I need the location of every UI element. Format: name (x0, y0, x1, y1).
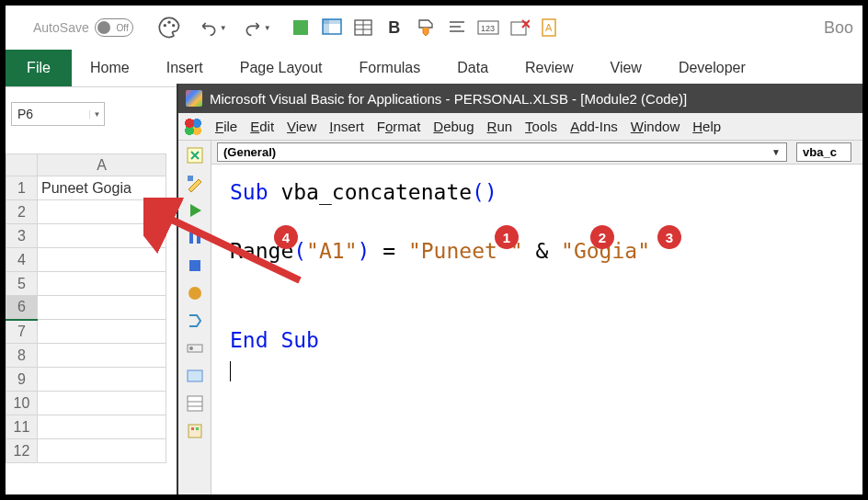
cell[interactable] (38, 248, 166, 272)
cell[interactable] (38, 392, 166, 415)
run-icon[interactable] (186, 201, 204, 220)
vbe-titlebar[interactable]: Microsoft Visual Basic for Applications … (178, 84, 862, 113)
tab-view[interactable]: View (592, 50, 660, 86)
row-header[interactable]: 1 (6, 176, 38, 200)
menu-insert[interactable]: Insert (329, 119, 364, 134)
cell[interactable] (38, 344, 166, 368)
menu-addins[interactable]: Add-Ins (570, 119, 618, 134)
theme-button[interactable] (150, 15, 188, 40)
number-icon: 123 (477, 18, 499, 37)
cell[interactable] (38, 224, 166, 248)
cell[interactable] (38, 272, 166, 296)
menu-tools[interactable]: Tools (525, 119, 557, 134)
code-pane[interactable]: Sub vba_concatenate() Range("A1") = "Pun… (211, 165, 862, 494)
cell[interactable] (38, 200, 166, 224)
redo-button[interactable]: ▼ (238, 15, 277, 40)
pivot-button[interactable] (319, 15, 345, 40)
menu-debug[interactable]: Debug (433, 119, 474, 134)
object-browser-icon[interactable] (186, 422, 204, 440)
row-header-selected[interactable]: 6 (6, 296, 38, 320)
breakpoint-icon[interactable] (186, 284, 204, 302)
spreadsheet-grid[interactable]: A 1Puneet Gogia 2 3 4 5 6 7 8 9 10 11 12 (6, 153, 166, 463)
row-header[interactable]: 2 (6, 200, 38, 224)
cell[interactable] (38, 439, 166, 463)
code-sub-name: vba_concatenate (280, 180, 472, 204)
name-box-value: P6 (12, 107, 89, 121)
svg-point-2 (172, 24, 175, 27)
cell-a1[interactable]: Puneet Gogia (38, 176, 166, 200)
col-header-a[interactable]: A (38, 154, 166, 176)
row-header[interactable]: 7 (6, 320, 38, 344)
toggle-knob (97, 21, 110, 34)
tab-file[interactable]: File (6, 50, 72, 86)
properties-icon[interactable] (186, 394, 204, 413)
paintbrush-icon (416, 18, 436, 37)
row-header[interactable]: 5 (6, 272, 38, 296)
bold-button[interactable]: B (382, 15, 407, 40)
menu-file[interactable]: File (215, 119, 237, 134)
code-close-paren: ) (358, 239, 371, 263)
fill-square-icon (291, 18, 310, 37)
tab-formulas[interactable]: Formulas (341, 50, 440, 86)
row-header[interactable]: 8 (6, 344, 38, 368)
procedure-combo[interactable]: vba_c (796, 142, 851, 162)
name-box[interactable]: P6 ▼ (11, 102, 105, 126)
excel-view-icon[interactable] (186, 146, 204, 165)
row-header[interactable]: 10 (6, 392, 38, 415)
svg-rect-3 (293, 20, 308, 35)
menu-format[interactable]: Format (377, 119, 421, 134)
svg-rect-35 (196, 427, 199, 430)
svg-point-28 (189, 347, 193, 350)
format-cells-button[interactable]: A (538, 15, 564, 40)
table-button[interactable] (350, 15, 376, 40)
vba-app-icon (186, 90, 202, 107)
chevron-down-icon[interactable]: ▼ (89, 110, 104, 119)
design-icon[interactable] (186, 174, 204, 192)
toggle-switch[interactable]: Off (95, 18, 133, 37)
row-header[interactable]: 9 (6, 368, 38, 392)
cell[interactable] (38, 368, 166, 392)
row-header[interactable]: 4 (6, 248, 38, 272)
annotation-badge-4: 4 (274, 225, 298, 249)
format-icon: A (541, 17, 561, 38)
row-header[interactable]: 11 (6, 415, 38, 439)
menu-view[interactable]: View (287, 119, 316, 134)
project-icon[interactable] (186, 367, 204, 385)
tab-review[interactable]: Review (507, 50, 591, 86)
tab-home[interactable]: Home (72, 50, 148, 86)
tab-developer[interactable]: Developer (660, 50, 764, 86)
object-combo[interactable]: (General)▼ (217, 142, 787, 162)
step-icon[interactable] (186, 312, 204, 330)
cell[interactable] (38, 415, 166, 439)
cell[interactable] (38, 320, 166, 344)
clear-button[interactable] (507, 15, 532, 40)
menu-edit[interactable]: Edit (250, 119, 274, 134)
paint-format-button[interactable] (413, 15, 439, 40)
menu-run[interactable]: Run (487, 119, 513, 134)
watch-icon[interactable] (186, 339, 204, 358)
reset-icon[interactable] (186, 256, 204, 275)
svg-rect-22 (188, 176, 193, 181)
align-button[interactable] (444, 15, 470, 40)
menu-help[interactable]: Help (692, 119, 721, 134)
fill-color-button[interactable] (288, 15, 314, 40)
tab-data[interactable]: Data (439, 50, 507, 86)
code-end-sub: End Sub (230, 328, 319, 352)
autosave-label: AutoSave (33, 20, 89, 35)
select-all-corner[interactable] (6, 154, 38, 176)
chevron-down-icon[interactable]: ▼ (771, 147, 781, 157)
svg-point-26 (188, 287, 201, 300)
tab-insert[interactable]: Insert (148, 50, 222, 86)
cell[interactable] (38, 296, 166, 320)
number-format-button[interactable]: 123 (475, 15, 501, 40)
row-header[interactable]: 12 (6, 439, 38, 463)
row-header[interactable]: 3 (6, 224, 38, 248)
undo-button[interactable]: ▼ (194, 15, 233, 40)
menu-window[interactable]: Window (631, 119, 680, 134)
vbe-title-text: Microsoft Visual Basic for Applications … (210, 91, 687, 107)
tab-page-layout[interactable]: Page Layout (222, 50, 341, 86)
redo-icon (244, 18, 262, 37)
vbe-window: Microsoft Visual Basic for Applications … (177, 84, 862, 494)
autosave-toggle[interactable]: AutoSave Off (33, 18, 133, 37)
break-icon[interactable] (186, 229, 204, 247)
